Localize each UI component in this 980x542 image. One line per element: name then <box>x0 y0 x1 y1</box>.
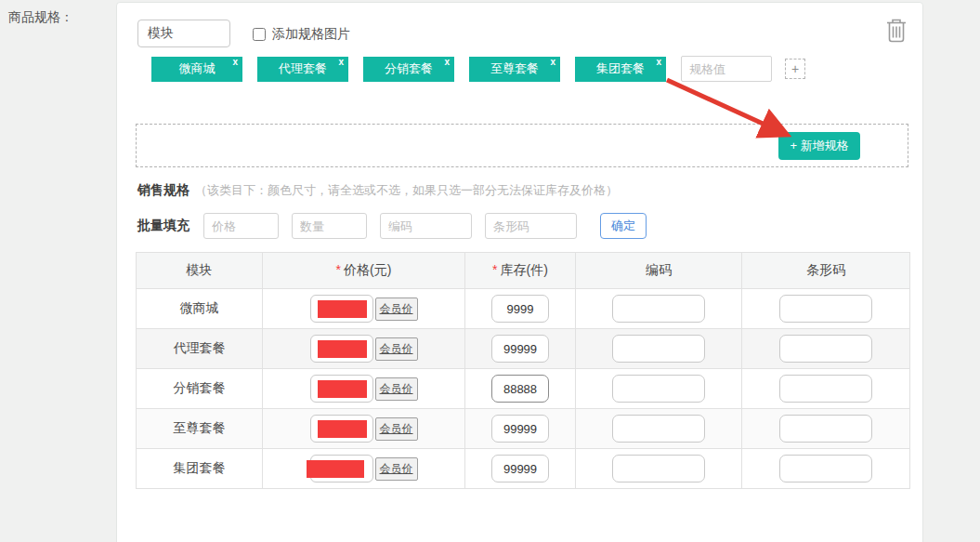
price-input[interactable] <box>310 415 373 443</box>
table-row: 集团套餐 会员价 <box>137 449 910 489</box>
sales-spec-title: 销售规格 <box>137 182 189 199</box>
table-row: 至尊套餐 会员价 <box>137 409 910 449</box>
spec-tag[interactable]: 微商城 x <box>151 57 242 82</box>
member-price-button[interactable]: 会员价 <box>375 297 418 321</box>
stock-input[interactable] <box>491 375 549 403</box>
spec-tag-label: 微商城 <box>179 60 216 77</box>
member-price-button[interactable]: 会员价 <box>375 377 418 401</box>
price-input[interactable] <box>310 375 373 403</box>
spec-tag[interactable]: 集团套餐 x <box>575 57 666 82</box>
add-spec-area: + 新增规格 <box>136 124 908 167</box>
delete-spec-button[interactable] <box>884 18 908 44</box>
remove-tag-icon[interactable]: x <box>550 57 555 68</box>
add-spec-image-label: 添加规格图片 <box>272 26 350 43</box>
barcode-input[interactable] <box>779 295 872 323</box>
sku-table: 模块 *价格(元) *库存(件) 编码 条形码 微商城 会员价 <box>136 252 910 489</box>
form-field-label: 商品规格： <box>8 9 73 26</box>
spec-tag[interactable]: 代理套餐 x <box>257 57 348 82</box>
row-name: 集团套餐 <box>137 449 263 489</box>
row-name: 分销套餐 <box>137 369 263 409</box>
bulk-code-input[interactable] <box>380 213 472 239</box>
bulk-barcode-input[interactable] <box>485 213 577 239</box>
add-spec-image-checkbox[interactable] <box>253 28 266 41</box>
spec-value-input[interactable] <box>681 56 772 82</box>
add-spec-image-option: 添加规格图片 <box>253 26 350 43</box>
bulk-fill-row: 批量填充 确定 <box>137 213 647 239</box>
spec-tag[interactable]: 至尊套餐 x <box>469 57 560 82</box>
member-price-button[interactable]: 会员价 <box>375 337 418 361</box>
remove-tag-icon[interactable]: x <box>338 57 344 68</box>
table-row: 代理套餐 会员价 <box>137 329 910 369</box>
spec-tag-label: 代理套餐 <box>279 60 327 77</box>
table-header-row: 模块 *价格(元) *库存(件) 编码 条形码 <box>137 253 910 289</box>
code-input[interactable] <box>612 415 705 443</box>
plus-icon: + <box>791 61 799 76</box>
sales-spec-line: 销售规格 （该类目下：颜色尺寸，请全选或不选，如果只选一部分无法保证库存及价格） <box>137 182 618 199</box>
stock-input[interactable] <box>491 455 549 483</box>
spec-tag[interactable]: 分销套餐 x <box>363 57 454 82</box>
code-input[interactable] <box>612 375 705 403</box>
redacted-price <box>307 460 364 478</box>
bulk-fill-label: 批量填充 <box>137 218 189 234</box>
bulk-qty-input[interactable] <box>292 213 367 239</box>
redacted-price <box>318 380 367 398</box>
spec-panel: 添加规格图片 微商城 x 代理套餐 x 分销套餐 x 至尊套餐 x 集团套餐 x <box>116 2 923 542</box>
row-name: 微商城 <box>137 289 263 329</box>
col-header-price: *价格(元) <box>263 253 465 289</box>
remove-tag-icon[interactable]: x <box>656 57 661 68</box>
member-price-button[interactable]: 会员价 <box>375 457 418 481</box>
table-row: 微商城 会员价 <box>137 289 910 329</box>
redacted-price <box>318 420 367 438</box>
spec-values-row: 微商城 x 代理套餐 x 分销套餐 x 至尊套餐 x 集团套餐 x + <box>151 56 805 82</box>
add-spec-button[interactable]: + 新增规格 <box>778 132 860 160</box>
spec-tag-label: 集团套餐 <box>596 60 645 77</box>
required-mark: * <box>492 262 497 277</box>
price-input[interactable] <box>310 295 373 323</box>
sales-spec-note: （该类目下：颜色尺寸，请全选或不选，如果只选一部分无法保证库存及价格） <box>195 182 618 199</box>
barcode-input[interactable] <box>779 375 872 403</box>
col-header-barcode: 条形码 <box>742 253 910 289</box>
bulk-confirm-button[interactable]: 确定 <box>600 213 647 239</box>
barcode-input[interactable] <box>779 455 872 483</box>
remove-tag-icon[interactable]: x <box>444 57 450 68</box>
redacted-price <box>318 340 367 358</box>
table-row: 分销套餐 会员价 <box>137 369 910 409</box>
row-name: 代理套餐 <box>137 329 263 369</box>
page: 商品规格： 添加规格图片 微商城 <box>0 0 980 542</box>
code-input[interactable] <box>612 335 705 363</box>
col-header-stock: *库存(件) <box>465 253 576 289</box>
trash-icon <box>884 18 908 44</box>
price-input[interactable] <box>310 455 373 483</box>
stock-input[interactable] <box>491 335 549 363</box>
remove-tag-icon[interactable]: x <box>232 57 238 68</box>
barcode-input[interactable] <box>779 415 872 443</box>
code-input[interactable] <box>612 455 705 483</box>
member-price-button[interactable]: 会员价 <box>375 417 418 441</box>
stock-input[interactable] <box>491 295 549 323</box>
barcode-input[interactable] <box>779 335 872 363</box>
stock-input[interactable] <box>491 415 549 443</box>
spec-tag-label: 至尊套餐 <box>490 60 539 77</box>
row-name: 至尊套餐 <box>137 409 263 449</box>
price-input[interactable] <box>310 335 373 363</box>
spec-tag-label: 分销套餐 <box>385 60 433 77</box>
spec-name-input[interactable] <box>137 20 230 47</box>
required-mark: * <box>336 262 341 277</box>
code-input[interactable] <box>612 295 705 323</box>
bulk-price-input[interactable] <box>203 213 279 239</box>
col-header-code: 编码 <box>576 253 742 289</box>
col-header-module: 模块 <box>137 253 263 289</box>
redacted-price <box>318 300 367 318</box>
add-value-button[interactable]: + <box>785 59 805 79</box>
